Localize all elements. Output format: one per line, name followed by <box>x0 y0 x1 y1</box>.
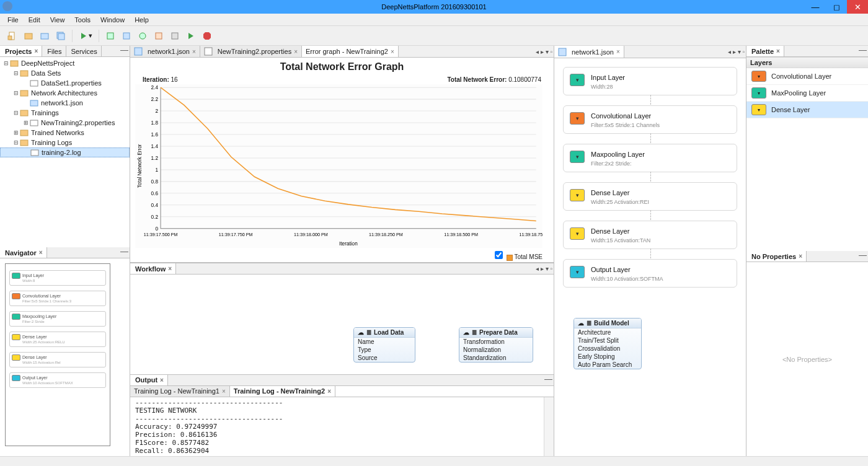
new-project-button[interactable] <box>21 29 36 43</box>
workflow-canvas[interactable]: ☁≣ Load DataNameTypeSource☁≣ Prepare Dat… <box>130 275 554 374</box>
chart-legend[interactable]: Total MSE <box>130 248 554 262</box>
editor-tab-network[interactable]: network1.json× <box>130 46 200 57</box>
palette-category[interactable]: Layers <box>746 57 868 68</box>
editor-tab-errorgraph[interactable]: Error graph - NewTraining2× <box>302 46 399 57</box>
menu-tools[interactable]: Tools <box>71 15 94 25</box>
minimize-panel-button[interactable]: — <box>859 47 867 53</box>
workflow-tab-nav[interactable]: ◂ ▸ ▾ ▫ <box>536 265 552 272</box>
tree-row[interactable]: network1.json <box>0 98 130 108</box>
close-icon[interactable]: × <box>294 48 298 55</box>
run-button[interactable]: ▾ <box>76 29 95 43</box>
palette-item[interactable]: ▾MaxPooling Layer <box>746 85 868 102</box>
workflow-node-row[interactable]: Transformation <box>459 338 533 346</box>
layer-card[interactable]: ▾Dense LayerWidth:15 Activation:TAN <box>563 221 737 249</box>
close-icon[interactable]: × <box>799 253 802 260</box>
minimize-panel-button[interactable]: — <box>120 47 128 53</box>
open-button[interactable] <box>37 29 52 43</box>
close-icon[interactable]: × <box>616 48 620 55</box>
workflow-node-row[interactable]: Architecture <box>574 328 641 336</box>
network-viewer[interactable]: ▾Input LayerWidth:28▾Convolutional Layer… <box>554 58 746 456</box>
stop-button[interactable] <box>200 29 215 43</box>
output-subtab-1[interactable]: Training Log - NewTraining1× <box>130 386 230 397</box>
workflow-node-row[interactable]: Auto Param Search <box>574 361 641 369</box>
tree-row[interactable]: ⊟DeepNettsProject <box>0 58 130 68</box>
expand-icon[interactable]: ⊞ <box>12 130 20 136</box>
layer-card[interactable]: ▾Convolutional LayerFilter:5x5 Stride:1 … <box>563 105 737 134</box>
legend-checkbox[interactable] <box>495 251 503 259</box>
project-tree[interactable]: ⊟DeepNettsProject⊟Data SetsDataSet1.prop… <box>0 57 130 247</box>
tab-workflow[interactable]: Workflow× <box>130 263 176 274</box>
save-all-button[interactable] <box>53 29 68 43</box>
tab-palette[interactable]: Palette× <box>746 46 784 56</box>
expand-icon[interactable]: ⊟ <box>2 60 10 66</box>
menu-window[interactable]: Window <box>97 15 128 25</box>
minimize-panel-button[interactable]: — <box>859 252 867 258</box>
close-button[interactable]: ✕ <box>847 0 868 14</box>
close-icon[interactable]: × <box>327 388 331 395</box>
expand-icon[interactable]: ⊟ <box>12 110 20 116</box>
expand-icon[interactable]: ⊞ <box>22 120 30 126</box>
maximize-button[interactable]: ◻ <box>826 0 847 14</box>
tree-row[interactable]: ⊞Trained Networks <box>0 128 130 138</box>
editor-tab-nav[interactable]: ◂ ▸ ▾ ▫ <box>536 48 552 55</box>
menu-help[interactable]: Help <box>131 15 153 25</box>
minimize-button[interactable]: — <box>805 0 826 14</box>
workflow-node-row[interactable]: Source <box>354 354 415 362</box>
workflow-node-row[interactable]: Standardization <box>459 354 533 362</box>
close-icon[interactable]: × <box>160 377 164 384</box>
workflow-node[interactable]: ☁≣ Build ModelArchitectureTrain/Test Spl… <box>574 318 642 369</box>
tab-projects[interactable]: Projects× <box>0 46 42 56</box>
tab-output[interactable]: Output× <box>130 375 168 385</box>
tree-row[interactable]: ⊟Data Sets <box>0 68 130 78</box>
workflow-node[interactable]: ☁≣ Prepare DataTransformationNormalizati… <box>459 327 533 363</box>
menu-view[interactable]: View <box>46 15 69 25</box>
minimize-panel-button[interactable]: — <box>544 376 552 382</box>
tree-row[interactable]: ⊟Trainings <box>0 108 130 118</box>
close-icon[interactable]: × <box>222 388 226 395</box>
tab-services[interactable]: Services <box>66 46 102 56</box>
network-viewer-tab[interactable]: network1.json× <box>554 46 624 58</box>
output-console[interactable]: ------------------------------------ TES… <box>130 397 544 456</box>
tool-b[interactable] <box>119 29 134 43</box>
workflow-node-row[interactable]: Type <box>354 346 415 354</box>
output-subtab-2[interactable]: Training Log - NewTraining2× <box>230 386 335 397</box>
tree-row[interactable]: ⊞NewTraining2.properties <box>0 118 130 128</box>
tree-row[interactable]: ⊟Training Logs <box>0 138 130 147</box>
menu-file[interactable]: File <box>4 15 22 25</box>
workflow-node-row[interactable]: Early Stoping <box>574 353 641 361</box>
expand-icon[interactable]: ⊟ <box>12 70 20 76</box>
tree-row[interactable]: DataSet1.properties <box>0 78 130 88</box>
tool-e[interactable] <box>167 29 182 43</box>
palette-item[interactable]: ▾Dense Layer <box>746 102 868 118</box>
workflow-node-row[interactable]: Normalization <box>459 346 533 354</box>
close-icon[interactable]: × <box>168 265 172 272</box>
tab-navigator[interactable]: Navigator× <box>0 247 47 258</box>
tree-row[interactable]: training-2.log <box>0 147 130 157</box>
close-icon[interactable]: × <box>776 48 780 55</box>
layer-card[interactable]: ▾Input LayerWidth:28 <box>563 67 737 95</box>
workflow-node-row[interactable]: Crossvalidation <box>574 345 641 353</box>
close-icon[interactable]: × <box>39 249 43 256</box>
tool-d[interactable] <box>151 29 166 43</box>
tab-no-properties[interactable]: No Properties× <box>746 251 807 262</box>
minimize-panel-button[interactable]: — <box>120 248 128 255</box>
tab-files[interactable]: Files <box>42 46 66 56</box>
workflow-node-row[interactable]: Name <box>354 338 415 346</box>
navigator-thumbnail[interactable]: Input LayerWidth:8Convolutional LayerFil… <box>5 263 110 446</box>
close-icon[interactable]: × <box>34 48 38 55</box>
close-icon[interactable]: × <box>391 48 394 55</box>
editor-tab-training[interactable]: NewTraining2.properties× <box>200 46 302 57</box>
tool-a[interactable] <box>103 29 118 43</box>
expand-icon[interactable]: ⊟ <box>12 139 20 146</box>
layer-card[interactable]: ▾Output LayerWidth:10 Activation:SOFTMA <box>563 259 737 288</box>
workflow-node[interactable]: ☁≣ Load DataNameTypeSource <box>353 327 415 363</box>
network-viewer-nav[interactable]: ◂ ▸ ▾ ▫ <box>728 48 745 55</box>
layer-card[interactable]: ▾Maxpooling LayerFilter:2x2 Stride: <box>563 144 737 172</box>
palette-item[interactable]: ▾Convolutional Layer <box>746 68 868 85</box>
tool-c[interactable] <box>135 29 150 43</box>
expand-icon[interactable]: ⊟ <box>12 90 20 96</box>
workflow-node-row[interactable]: Train/Test Split <box>574 336 641 345</box>
run-train-button[interactable] <box>184 29 198 43</box>
menu-edit[interactable]: Edit <box>25 15 44 25</box>
scrollbar[interactable] <box>544 397 554 456</box>
